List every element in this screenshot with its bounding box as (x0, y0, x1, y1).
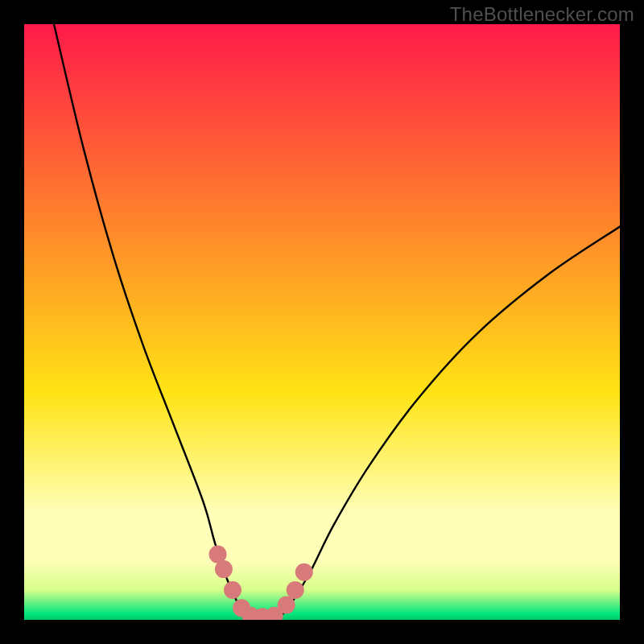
watermark-text: TheBottlenecker.com (450, 3, 634, 26)
chart-svg (24, 24, 620, 620)
marker-dot (224, 581, 242, 599)
plot-area (24, 24, 620, 620)
marker-dot (215, 560, 233, 578)
outer-frame: TheBottlenecker.com (0, 0, 644, 644)
gradient-background (24, 24, 620, 620)
marker-dot (278, 597, 295, 614)
marker-dot (295, 564, 313, 581)
marker-dot (287, 581, 304, 599)
